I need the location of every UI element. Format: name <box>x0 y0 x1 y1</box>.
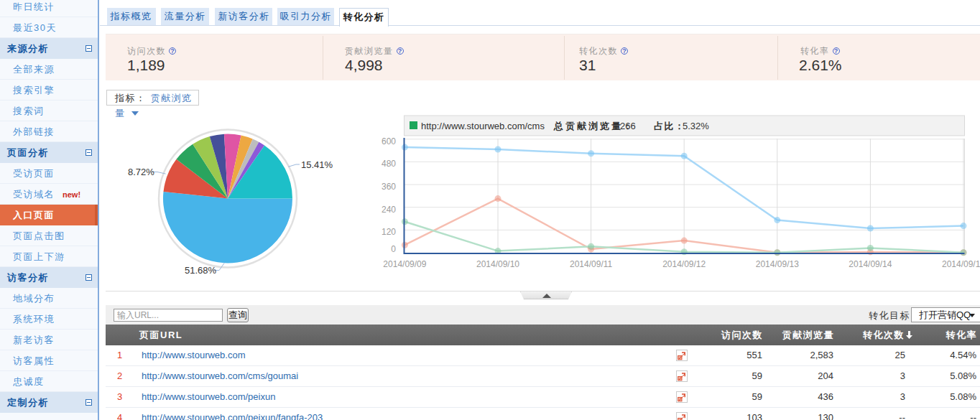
svg-text:0: 0 <box>391 244 396 254</box>
svg-text:http://www.stourweb.com/cms: http://www.stourweb.com/cms <box>421 121 545 131</box>
svg-text:8.72%: 8.72% <box>128 167 154 177</box>
svg-text:2014/09/10: 2014/09/10 <box>476 259 519 269</box>
svg-text:2014/09/12: 2014/09/12 <box>662 259 706 269</box>
svg-text:2014/09/09: 2014/09/09 <box>383 259 426 269</box>
svg-text:480: 480 <box>382 159 396 169</box>
svg-text:5.32%: 5.32% <box>683 121 709 131</box>
svg-text:2014/09/11: 2014/09/11 <box>570 259 612 269</box>
svg-text:360: 360 <box>382 182 396 192</box>
svg-text:2014/09/15: 2014/09/15 <box>942 259 980 269</box>
svg-text:15.41%: 15.41% <box>301 159 333 170</box>
svg-text:120: 120 <box>382 227 396 237</box>
svg-text:51.68%: 51.68% <box>185 265 217 276</box>
svg-text:266: 266 <box>620 121 636 131</box>
svg-text:2014/09/14: 2014/09/14 <box>849 259 892 269</box>
svg-text:240: 240 <box>382 205 396 215</box>
svg-text:2014/09/13: 2014/09/13 <box>756 259 799 269</box>
svg-text:600: 600 <box>382 136 396 146</box>
svg-text:占比：: 占比： <box>654 121 685 131</box>
